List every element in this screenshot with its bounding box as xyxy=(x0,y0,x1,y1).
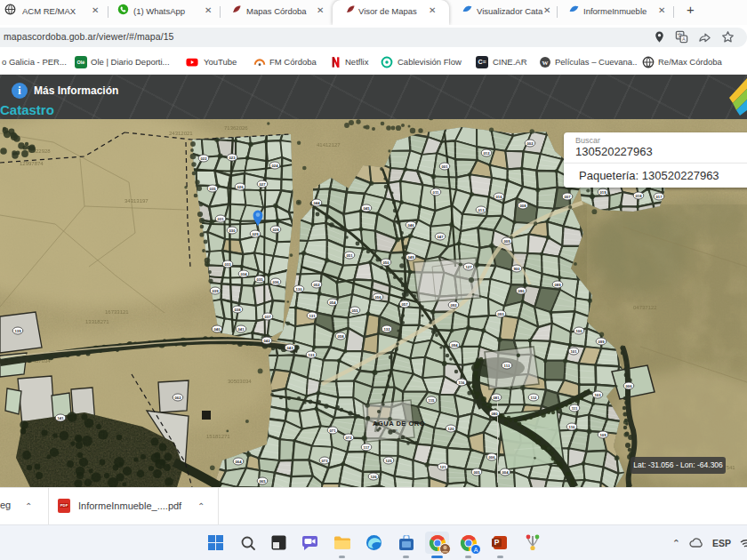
svg-text:056: 056 xyxy=(375,295,382,300)
svg-text:038: 038 xyxy=(235,308,242,312)
svg-text:094: 094 xyxy=(452,343,459,348)
svg-text:C.P.: C.P. xyxy=(391,428,398,433)
svg-text:026: 026 xyxy=(237,185,245,189)
svg-text:007: 007 xyxy=(565,195,572,199)
svg-text:130: 130 xyxy=(296,287,303,292)
svg-text:100: 100 xyxy=(576,329,583,333)
svg-text:022: 022 xyxy=(201,156,208,161)
svg-text:058: 058 xyxy=(338,334,345,339)
svg-text:043: 043 xyxy=(287,346,294,350)
svg-text:017: 017 xyxy=(656,195,663,199)
svg-text:040: 040 xyxy=(214,327,221,332)
svg-text:013: 013 xyxy=(478,208,486,212)
svg-text:127: 127 xyxy=(466,265,473,269)
svg-text:033: 033 xyxy=(225,262,232,267)
svg-text:089: 089 xyxy=(555,283,562,287)
svg-text:113: 113 xyxy=(504,364,510,368)
svg-text:073: 073 xyxy=(322,459,329,463)
svg-text:090: 090 xyxy=(518,289,526,293)
svg-text:093: 093 xyxy=(498,312,505,316)
svg-text:035: 035 xyxy=(257,277,264,282)
svg-text:30503034: 30503034 xyxy=(228,379,252,384)
svg-text:04737122: 04737122 xyxy=(633,305,657,310)
svg-text:131: 131 xyxy=(309,314,317,318)
svg-text:049: 049 xyxy=(408,255,415,260)
svg-text:052: 052 xyxy=(314,283,321,287)
svg-text:042: 042 xyxy=(264,339,271,343)
svg-text:047: 047 xyxy=(438,235,445,239)
svg-text:115: 115 xyxy=(429,398,435,403)
svg-text:045: 045 xyxy=(364,206,371,211)
svg-text:PDF: PDF xyxy=(60,503,68,508)
svg-text:081: 081 xyxy=(494,396,501,400)
svg-text:092: 092 xyxy=(451,303,458,308)
svg-text:006: 006 xyxy=(626,384,633,388)
svg-text:051: 051 xyxy=(347,253,354,258)
svg-text:023: 023 xyxy=(229,156,237,160)
svg-text:035: 035 xyxy=(210,187,217,191)
svg-text:P: P xyxy=(494,538,500,547)
svg-text:031: 031 xyxy=(218,217,225,221)
svg-text:001: 001 xyxy=(442,164,449,169)
svg-text:111: 111 xyxy=(572,406,578,411)
svg-text:24312021: 24312021 xyxy=(169,131,193,136)
svg-text:41412127: 41412127 xyxy=(317,142,341,148)
svg-text:029: 029 xyxy=(253,232,260,236)
svg-text:034: 034 xyxy=(241,272,248,276)
svg-text:057: 057 xyxy=(402,302,409,307)
svg-text:036: 036 xyxy=(273,280,280,284)
svg-text:072: 072 xyxy=(346,436,353,440)
svg-text:039: 039 xyxy=(213,289,220,293)
svg-text:050: 050 xyxy=(383,260,390,265)
svg-text:019: 019 xyxy=(600,190,607,195)
svg-text:071: 071 xyxy=(330,428,337,433)
svg-text:064: 064 xyxy=(236,460,243,464)
svg-text:125: 125 xyxy=(386,459,393,463)
svg-text:16733121: 16733121 xyxy=(105,309,129,315)
svg-text:141: 141 xyxy=(58,416,65,420)
svg-text:080: 080 xyxy=(492,412,499,416)
svg-text:041: 041 xyxy=(238,327,245,332)
svg-text:34313197: 34313197 xyxy=(124,198,149,204)
svg-text:101: 101 xyxy=(571,349,578,354)
svg-text:044: 044 xyxy=(314,201,321,205)
svg-text:AGUA DE ORO: AGUA DE ORO xyxy=(373,420,425,428)
svg-text:009: 009 xyxy=(504,239,511,244)
svg-text:008: 008 xyxy=(520,204,527,208)
svg-text:030: 030 xyxy=(229,228,237,233)
svg-text:004: 004 xyxy=(502,470,510,475)
svg-text:046: 046 xyxy=(408,223,415,228)
svg-text:116: 116 xyxy=(459,380,465,385)
svg-text:12997874: 12997874 xyxy=(20,161,44,166)
svg-text:012: 012 xyxy=(484,151,491,156)
svg-text:054: 054 xyxy=(330,300,337,305)
svg-text:027: 027 xyxy=(260,182,267,187)
svg-text:112: 112 xyxy=(531,396,537,400)
svg-text:133: 133 xyxy=(309,353,316,357)
svg-text:A: A xyxy=(474,547,478,553)
svg-text:055: 055 xyxy=(352,308,359,313)
svg-text:028: 028 xyxy=(273,228,280,232)
svg-text:132: 132 xyxy=(384,327,391,332)
svg-text:117: 117 xyxy=(364,445,370,450)
svg-text:71362026: 71362026 xyxy=(224,125,248,131)
svg-text:110: 110 xyxy=(569,425,575,429)
svg-text:011: 011 xyxy=(433,190,439,195)
svg-text:13318271: 13318271 xyxy=(85,319,109,324)
svg-text:109: 109 xyxy=(600,433,607,437)
svg-text:065: 065 xyxy=(260,479,267,484)
svg-text:W: W xyxy=(542,60,549,67)
svg-text:900: 900 xyxy=(514,267,521,271)
svg-text:037: 037 xyxy=(265,315,272,319)
svg-text:099: 099 xyxy=(598,340,606,344)
svg-text:062: 062 xyxy=(175,396,182,400)
svg-text:024: 024 xyxy=(272,164,279,168)
svg-text:006: 006 xyxy=(489,455,496,460)
svg-text:016: 016 xyxy=(496,195,503,199)
svg-text:126: 126 xyxy=(371,475,378,479)
svg-text:139: 139 xyxy=(15,329,22,333)
svg-text:002: 002 xyxy=(527,141,534,146)
svg-text:121: 121 xyxy=(440,465,447,469)
svg-text:A: A xyxy=(682,36,686,42)
svg-text:103: 103 xyxy=(595,393,602,397)
